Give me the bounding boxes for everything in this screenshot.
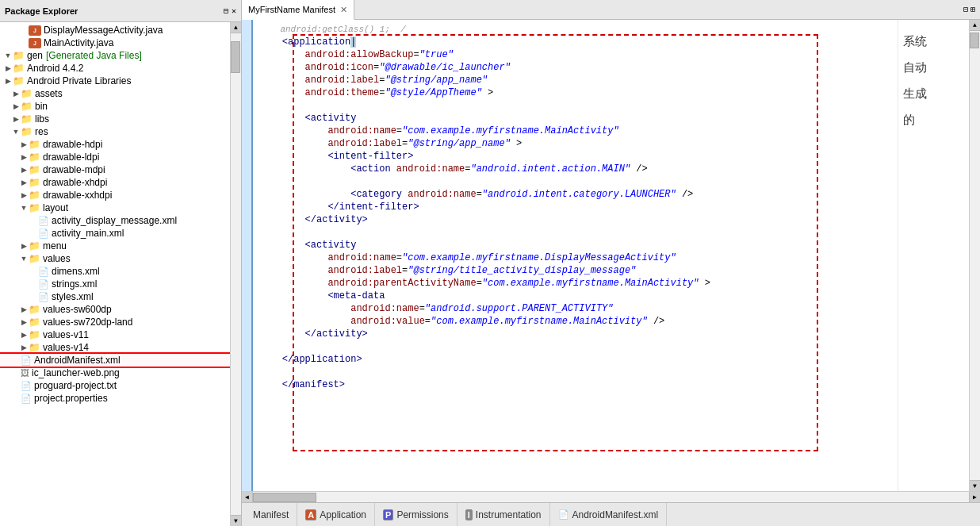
bottom-tab-androidmanifest-xml[interactable]: 📄 AndroidManifest.xml [550,503,668,526]
folder-label: values-sw600dp [43,304,112,315]
tree-item-res[interactable]: ▼ 📁 res [0,125,230,138]
scroll-thumb[interactable] [231,41,240,73]
expand-arrow: ▶ [19,140,29,148]
txt-file-icon: 📄 [21,394,32,404]
tree-item-bin[interactable]: ▶ 📁 bin [0,100,230,113]
panel-controls: ⊟ ✕ [224,6,236,16]
editor-tab-manifest[interactable]: MyFirstName Manifest ✕ [242,0,354,20]
scroll-thumb[interactable] [970,33,979,48]
bottom-tab-permissions[interactable]: P Permissions [375,503,457,526]
scroll-right-btn[interactable]: ▶ [969,492,980,503]
tree-item-android-private[interactable]: ▶ 📁 Android Private Libraries [0,75,230,87]
editor-panel: MyFirstName Manifest ✕ ⊟ ⊞ android:getCl… [242,0,980,526]
editor-scrollbar[interactable]: ▲ ▼ [969,20,980,491]
tree-item-layout[interactable]: ▼ 📁 layout [0,202,230,214]
tree-item-values-v11[interactable]: ▶ 📁 values-v11 [0,328,230,341]
code-editor[interactable]: android:getClass() 1; / <application| an… [253,20,898,491]
bottom-tab-application[interactable]: A Application [297,503,375,526]
tree-item-ic-launcher[interactable]: 🖼 ic_launcher-web.png [0,367,230,379]
code-line: </application> [259,353,891,366]
tab-close-btn[interactable]: ✕ [340,5,347,15]
folder-icon: 📁 [29,152,40,163]
xml-file-icon: 📄 [21,355,32,366]
folder-label: res [35,126,48,137]
expand-arrow: ▶ [11,115,21,123]
bottom-tab-manifest[interactable]: Manifest [245,503,297,526]
folder-icon: 📁 [21,88,33,99]
tree-item-values-sw720dp[interactable]: ▶ 📁 values-sw720dp-land [0,316,230,328]
close-icon[interactable]: ✕ [232,6,236,16]
folder-label: values-sw720dp-land [43,317,132,328]
folder-icon: 📁 [29,177,40,188]
tree-item-drawable-mdpi[interactable]: ▶ 📁 drawable-mdpi [0,163,230,176]
tree-item-activity-display-message-xml[interactable]: 📄 activity_display_message.xml [0,214,230,227]
scroll-track [231,33,241,515]
code-line: <activity [259,112,891,125]
folder-label: assets [35,88,63,99]
code-line: <category android:name="android.intent.c… [259,188,891,201]
bottom-tab-bar: Manifest A Application P Permissions I I… [242,502,980,526]
code-line [259,340,891,353]
folder-icon: 📁 [21,113,33,125]
code-line: android:getClass() 1; / [259,23,891,36]
tree-item-drawable-xxhdpi[interactable]: ▶ 📁 drawable-xxhdpi [0,189,230,202]
tree-item-values-sw600dp[interactable]: ▶ 📁 values-sw600dp [0,303,230,316]
tree-item-strings-xml[interactable]: 📄 strings.xml [0,278,230,290]
tree-item-drawable-xhdpi[interactable]: ▶ 📁 drawable-xhdpi [0,176,230,189]
tree-item-dimens-xml[interactable]: 📄 dimens.xml [0,265,230,278]
tree-item-androidmanifest[interactable]: 📄 AndroidManifest.xml [0,354,230,367]
maximize-editor-icon[interactable]: ⊞ [970,5,975,14]
tree-item-gen[interactable]: ▼ 📁 gen [Generated Java Files] [0,49,230,62]
scroll-up-btn[interactable]: ▲ [231,22,241,33]
scroll-down-btn[interactable]: ▼ [970,480,980,491]
scroll-down-btn[interactable]: ▼ [231,515,241,526]
scroll-left-btn[interactable]: ◀ [242,492,253,503]
file-label: activity_main.xml [52,228,124,239]
code-line: </intent-filter> [259,201,891,213]
tree-item-proguard[interactable]: 📄 proguard-project.txt [0,379,230,392]
xml-file-icon: 📄 [38,267,49,277]
expand-arrow: ▶ [19,242,29,250]
tree-item-drawable-hdpi[interactable]: ▶ 📁 drawable-hdpi [0,138,230,151]
annotation-text: 生成 [903,80,964,106]
tree-item-libs[interactable]: ▶ 📁 libs [0,113,230,125]
folder-icon: 📁 [29,202,40,213]
png-file-icon: 🖼 [21,368,29,378]
bottom-tab-instrumentation[interactable]: I Instrumentation [457,503,550,526]
tree-item-menu[interactable]: ▶ 📁 menu [0,240,230,252]
expand-arrow: ▶ [19,331,29,339]
code-line: android:name="com.example.myfirstname.Di… [259,251,891,264]
tree-item-values-v14[interactable]: ▶ 📁 values-v14 [0,341,230,354]
tree-item-values[interactable]: ▼ 📁 values [0,252,230,265]
code-line: </manifest> [259,378,891,391]
file-label: dimens.xml [52,266,100,277]
folder-label: gen [27,50,43,61]
panel-title: Package Explorer [5,6,78,16]
folder-label: menu [43,240,67,251]
code-line: android:label="@string/title_activity_di… [259,264,891,277]
h-scroll-thumb[interactable] [253,493,316,502]
explorer-scrollbar[interactable]: ▲ ▼ [230,22,241,526]
tree-item-assets[interactable]: ▶ 📁 assets [0,87,230,100]
tree-item-styles-xml[interactable]: 📄 styles.xml [0,290,230,303]
file-label: strings.xml [52,278,97,290]
tree-item-activity-main-xml[interactable]: 📄 activity_main.xml [0,227,230,240]
txt-file-icon: 📄 [21,381,32,391]
minimize-icon[interactable]: ⊟ [224,6,228,16]
expand-arrow: ▶ [19,179,29,186]
folder-icon: 📁 [29,190,40,201]
tree-item-project-properties[interactable]: 📄 project.properties [0,392,230,405]
horizontal-scrollbar[interactable]: ◀ ▶ [242,491,980,502]
tree-item-mainactivity[interactable]: J MainActivity.java [0,36,230,49]
code-line [259,99,891,112]
minimize-editor-icon[interactable]: ⊟ [963,5,968,14]
xml-file-icon: 📄 [38,292,49,302]
file-label: MainActivity.java [44,37,113,48]
expand-arrow: ▼ [3,52,13,60]
code-line: android:label="@string/app_name" > [259,137,891,150]
tree-item-android442[interactable]: ▶ 📁 Android 4.4.2 [0,62,230,75]
tree-item-drawable-ldpi[interactable]: ▶ 📁 drawable-ldpi [0,151,230,163]
folder-label: layout [43,202,68,213]
tree-item-displaymessage[interactable]: J DisplayMessageActivity.java [0,24,230,36]
scroll-up-btn[interactable]: ▲ [970,20,980,31]
